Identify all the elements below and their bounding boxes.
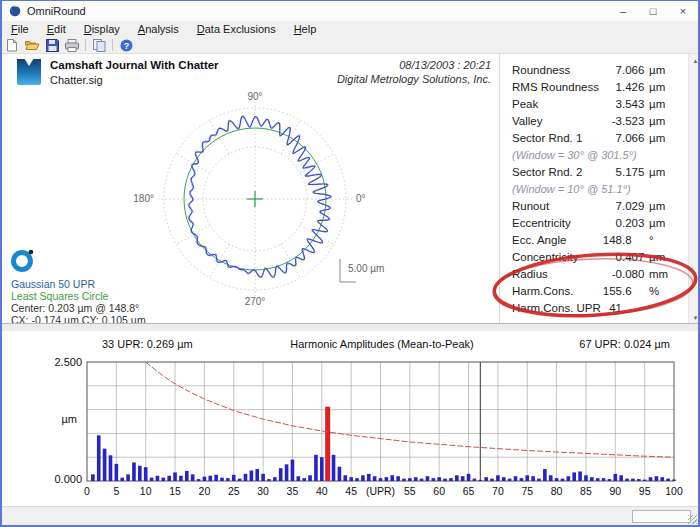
result-unit: ° [649, 234, 654, 246]
result-value-fraction: .029 [622, 200, 644, 212]
scrollbar-up-icon[interactable]: ▲ [689, 54, 700, 67]
harmonic-bar [514, 476, 518, 481]
menu-edit[interactable]: Edit [38, 22, 75, 36]
result-value: 5 [564, 166, 622, 178]
center-cross [247, 191, 263, 207]
result-note: (Window = 10° @ 51.1°) [512, 183, 631, 195]
harmonic-bar [426, 476, 430, 481]
result-label: Valley [512, 115, 542, 127]
harmonic-bar [590, 477, 594, 481]
result-value: 1 [564, 81, 622, 93]
maximize-button[interactable]: □ [638, 1, 668, 21]
harmonic-bar [115, 464, 119, 481]
harmonic-bar [208, 476, 212, 481]
harmonic-bar [660, 477, 664, 481]
harmonic-bar [203, 477, 207, 481]
polar-scale-label: 5.00 µm [348, 263, 384, 274]
company-name: Digital Metrology Solutions, Inc. [337, 73, 491, 85]
result-value-fraction: .080 [622, 268, 644, 280]
status-pane [632, 510, 691, 523]
open-icon[interactable] [22, 38, 42, 53]
menu-analysis[interactable]: Analysis [129, 22, 188, 36]
legend-filter: Gaussian 50 UPR [11, 278, 95, 290]
x-tick-label: 90 [609, 485, 621, 497]
app-logo-icon [8, 4, 22, 18]
polar-plot-pane: Camshaft Journal With Chatter Chatter.si… [2, 54, 499, 324]
x-tick-label: 45 [345, 485, 357, 497]
x-tick-label: 65 [463, 485, 475, 497]
harmonic-bar [490, 479, 494, 481]
resize-grip-icon[interactable] [688, 515, 697, 524]
menu-bar: FileEditDisplayAnalysisData ExclusionsHe… [2, 21, 698, 37]
harmonic-bar [261, 474, 265, 481]
harmonic-bar [308, 475, 312, 481]
result-value-fraction: .543 [622, 98, 644, 110]
harmonic-bar [625, 479, 629, 481]
measurement-title: Camshaft Journal With Chatter [50, 59, 219, 71]
harmonic-bar [126, 474, 130, 481]
harmonic-bar [314, 455, 318, 481]
harmonic-bar [631, 479, 635, 481]
result-row: Roundness7.066µm [502, 64, 688, 81]
x-tick-label: 40 [316, 485, 328, 497]
harmonic-bar [150, 478, 154, 481]
x-tick-label: 100 [665, 485, 683, 497]
angle-label-270: 270° [245, 296, 266, 307]
harmonic-bar [302, 478, 306, 481]
result-value-fraction: .175 [622, 166, 644, 178]
harmonic-bar [455, 475, 459, 481]
harmonic-bar [567, 476, 571, 481]
result-row: Radius-0.080mm [502, 268, 688, 285]
close-button[interactable]: × [668, 1, 698, 21]
harmonic-bar [502, 477, 506, 481]
result-note: (Window = 30° @ 301.5°) [512, 149, 637, 161]
result-row: Sector Rnd. 25.175µm [502, 166, 688, 183]
menu-file[interactable]: File [2, 22, 38, 36]
result-row: Harm.Cons.155.6% [502, 285, 688, 302]
x-tick-label: 95 [639, 485, 651, 497]
harmonic-amplitudes-chart: 051015202530354045(UPR)55606570758085909… [2, 331, 700, 506]
harmonic-bar [596, 478, 600, 481]
result-value-fraction: .426 [622, 81, 644, 93]
harmonic-bar [297, 476, 301, 481]
title-bar[interactable]: OmniRound – □ × [2, 1, 698, 21]
x-tick-label: 85 [580, 485, 592, 497]
svg-text:?: ? [123, 40, 129, 50]
harmonic-bar [120, 478, 124, 481]
save-icon[interactable] [42, 38, 62, 53]
harmonic-bar [250, 471, 254, 481]
menu-display[interactable]: Display [75, 22, 129, 36]
plot-legend: Gaussian 50 UPR Least Squares Circle Cen… [10, 247, 36, 273]
result-unit: µm [649, 81, 665, 93]
analysis-panel: Camshaft Journal With Chatter Chatter.si… [2, 53, 698, 324]
x-tick-label: 55 [404, 485, 416, 497]
minimize-button[interactable]: – [608, 1, 638, 21]
chart-grid [87, 362, 674, 481]
help-icon[interactable]: ? [116, 38, 136, 53]
menu-help[interactable]: Help [285, 22, 326, 36]
copy-icon[interactable] [89, 38, 109, 53]
x-tick-label: 0 [84, 485, 90, 497]
harmonic-bar [602, 478, 606, 481]
result-value-fraction: .8 [622, 234, 632, 246]
print-icon[interactable] [62, 38, 82, 53]
menu-data-exclusions[interactable]: Data Exclusions [188, 22, 285, 36]
results-scrollbar[interactable]: ▲ ▼ [688, 54, 700, 324]
harmonic-bars [91, 407, 676, 481]
result-row: Concentricity0.407µm [502, 251, 688, 268]
result-row: Runout7.029µm [502, 200, 688, 217]
new-document-icon[interactable] [2, 38, 22, 53]
harmonic-bar [437, 477, 441, 481]
result-value: 148 [564, 234, 622, 246]
harmonic-bar [614, 474, 618, 481]
harmonic-bar [379, 478, 383, 481]
harmonic-bar [244, 474, 248, 481]
harmonic-bar [473, 479, 477, 481]
result-unit: µm [649, 115, 665, 127]
harmonic-bar [402, 479, 406, 481]
harmonic-bar [443, 479, 447, 481]
harmonic-bar [214, 475, 218, 481]
result-value-fraction: .523 [622, 115, 644, 127]
harmonic-bar [561, 479, 565, 481]
harmonic-bar [197, 479, 201, 481]
